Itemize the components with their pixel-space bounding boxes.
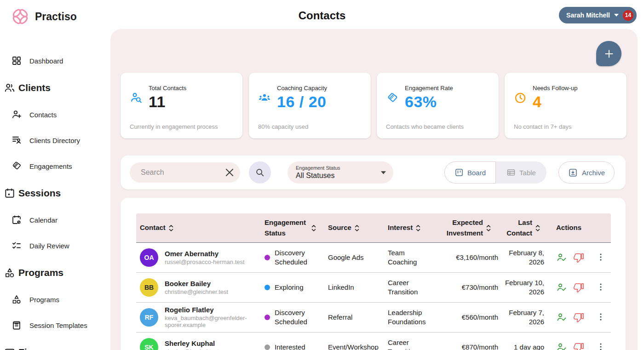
status-dot — [264, 285, 270, 290]
sidebar-item-label: Calendar — [29, 216, 58, 224]
table-label: Table — [519, 169, 536, 177]
table-row[interactable]: SK Sherley Kuphal sherley@kuphal.test In… — [136, 333, 611, 350]
table-row[interactable]: OA Omer Abernathy russel@prosacco-herman… — [136, 243, 611, 273]
shapes-icon — [4, 267, 16, 279]
not-a-fit-button[interactable] — [573, 282, 584, 293]
column-header-engagement-status[interactable]: Engagement Status — [261, 218, 324, 238]
view-toggle-board[interactable]: Board — [444, 161, 496, 184]
sidebar-item-calendar[interactable]: Calendar — [0, 213, 110, 226]
stat-value: 4 — [533, 93, 578, 111]
more-options-button[interactable] — [596, 342, 606, 350]
user-menu-button[interactable]: Sarah Mitchell 14 — [559, 7, 637, 23]
column-header-interest[interactable]: Interest — [384, 223, 439, 233]
search-icon — [255, 167, 265, 178]
handshake-icon — [386, 92, 399, 104]
sidebar-item-label: Engagements — [29, 162, 72, 170]
sidebar-item-dashboard[interactable]: Dashboard — [0, 54, 110, 67]
sidebar-item-programs[interactable]: Programs — [0, 293, 110, 306]
more-options-button[interactable] — [596, 282, 606, 293]
avatar: BB — [140, 278, 158, 297]
person-check-icon — [556, 342, 567, 350]
sidebar-item-contacts[interactable]: Contacts — [0, 108, 110, 121]
column-header-contact[interactable]: Contact — [136, 223, 261, 233]
investment-cell: €730/month — [439, 283, 500, 292]
last-contact-cell: 1 day ago — [500, 343, 546, 350]
status-dot — [264, 344, 270, 350]
mark-as-client-button[interactable] — [556, 312, 567, 323]
more-options-button[interactable] — [596, 312, 606, 323]
contact-name: Omer Abernathy — [165, 250, 245, 258]
status-label: Discovery Scheduled — [275, 308, 324, 327]
sort-icon — [311, 224, 316, 233]
source-cell: Google Ads — [324, 253, 384, 262]
stat-title: Total Contacts — [149, 85, 186, 92]
mark-as-client-button[interactable] — [556, 342, 567, 350]
column-header-last-contact[interactable]: Last Contact — [500, 218, 546, 238]
mark-as-client-button[interactable] — [556, 282, 567, 293]
last-contact-cell: February 10, 2026 — [500, 278, 546, 297]
kebab-menu-icon — [596, 342, 606, 350]
column-label: Actions — [556, 223, 581, 233]
filter-toolbar: Engagement Status All Statuses Board Tab… — [121, 155, 626, 189]
view-toggle-table[interactable]: Table — [496, 161, 546, 184]
finance-icon — [4, 346, 16, 350]
search-button[interactable] — [249, 161, 271, 184]
add-contact-button[interactable] — [596, 41, 621, 66]
stat-title: Needs Follow-up — [533, 85, 578, 92]
stat-subtitle: Contacts who became clients — [386, 123, 464, 130]
sidebar-section-label: Sessions — [18, 188, 61, 199]
sidebar-item-clients-directory[interactable]: Clients Directory — [0, 134, 110, 147]
caret-down-icon — [614, 14, 619, 17]
sidebar-item-daily-review[interactable]: Daily Review — [0, 239, 110, 252]
sidebar-section-clients: Clients — [0, 80, 110, 95]
page-title: Contacts — [0, 9, 644, 22]
sort-icon — [486, 224, 491, 233]
board-label: Board — [467, 169, 486, 177]
contact-email: russel@prosacco-herman.test — [165, 258, 245, 266]
thumbs-down-icon — [573, 252, 584, 263]
sidebar-section-label: Finances — [18, 347, 60, 350]
filter-value: All Statuses — [296, 172, 334, 180]
sidebar-section-programs: Programs — [0, 265, 110, 280]
sidebar-item-engagements[interactable]: Engagements — [0, 160, 110, 172]
stat-title: Coaching Capacity — [277, 85, 327, 92]
dashboard-icon — [11, 55, 22, 66]
table-header-row: Contact Engagement Status Source Interes… — [136, 213, 611, 243]
search-input[interactable] — [130, 162, 240, 183]
column-header-source[interactable]: Source — [324, 223, 384, 233]
avatar: SK — [140, 338, 158, 350]
table-icon — [506, 168, 516, 177]
column-header-actions: Actions — [546, 223, 611, 233]
sidebar-item-label: Daily Review — [29, 242, 69, 250]
archive-label: Archive — [582, 169, 605, 177]
person-check-icon — [556, 282, 567, 293]
person-check-icon — [556, 252, 567, 263]
stat-subtitle: 80% capacity used — [258, 123, 308, 130]
interest-cell: Leadership Foundations — [384, 308, 439, 327]
person-add-icon — [11, 109, 22, 120]
stat-card-engagement-rate: Engagement Rate 63% Contacts who became … — [377, 73, 499, 138]
sidebar-item-session-templates[interactable]: Session Templates — [0, 319, 110, 332]
stat-value: 63% — [405, 93, 453, 111]
not-a-fit-button[interactable] — [573, 312, 584, 323]
contacts-table: Contact Engagement Status Source Interes… — [136, 213, 611, 350]
table-row[interactable]: BB Booker Bailey christine@gleichner.tes… — [136, 273, 611, 303]
status-dot — [264, 315, 270, 320]
archive-icon — [568, 168, 578, 178]
engagement-status-filter[interactable]: Engagement Status All Statuses — [288, 161, 393, 184]
kebab-menu-icon — [596, 282, 606, 292]
not-a-fit-button[interactable] — [573, 342, 584, 350]
table-row[interactable]: RF Rogelio Flatley keva_baumbach@greenfe… — [136, 303, 611, 333]
clear-search-button[interactable] — [225, 168, 234, 177]
kebab-menu-icon — [596, 312, 606, 322]
stat-card-total-contacts: Total Contacts 11 Currently in engagemen… — [121, 73, 242, 138]
sidebar-section-label: Clients — [18, 82, 51, 93]
archive-button[interactable]: Archive — [558, 161, 615, 184]
not-a-fit-button[interactable] — [573, 252, 584, 263]
more-options-button[interactable] — [596, 252, 606, 263]
column-header-expected-investment[interactable]: Expected Investment — [439, 218, 500, 238]
sidebar: Dashboard Clients Contacts Clients Direc… — [0, 29, 110, 350]
interest-cell: Career Transition — [384, 338, 439, 350]
thumbs-down-icon — [573, 282, 584, 293]
mark-as-client-button[interactable] — [556, 252, 567, 263]
